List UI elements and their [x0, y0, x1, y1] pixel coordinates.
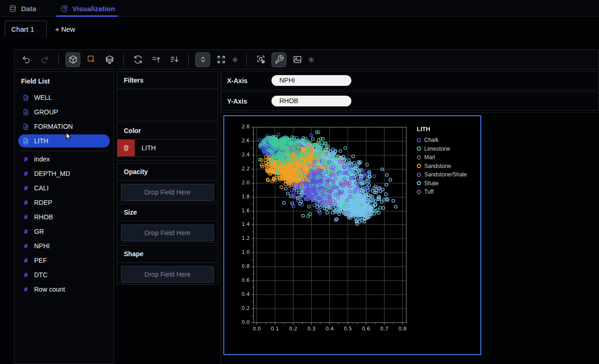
legend-marker — [417, 138, 421, 142]
legend-label: Sandstone/Shale — [424, 171, 467, 178]
text-field-icon — [22, 94, 29, 101]
legend-item-sandstone-shale[interactable]: Sandstone/Shale — [417, 170, 467, 179]
field-item-gr[interactable]: #GR — [18, 225, 110, 238]
field-item-label: RDEP — [34, 199, 52, 206]
field-item-label: LITH — [34, 137, 48, 145]
field-item-lith[interactable]: LITH — [18, 134, 110, 147]
filters-section: Filters — [117, 71, 218, 120]
nav-tab-visualization[interactable]: Visualization — [60, 0, 115, 17]
text-field-icon — [22, 109, 29, 116]
legend-marker — [417, 155, 421, 160]
select-region-button[interactable] — [84, 52, 99, 67]
number-field-icon: # — [22, 170, 29, 177]
legend-item-limestone[interactable]: Limestone — [417, 145, 467, 154]
opacity-dropzone-placeholder: Drop Field Here — [144, 189, 191, 196]
field-item-row-count[interactable]: #Row count — [18, 283, 110, 296]
legend-item-sandstone[interactable]: Sandstone — [417, 162, 467, 171]
number-field-icon: # — [22, 257, 29, 264]
legend-label: Tuff — [424, 189, 434, 195]
move-rows-up-button[interactable] — [149, 52, 164, 67]
fit-view-button[interactable] — [214, 52, 228, 67]
pie-chart-icon — [60, 5, 68, 13]
field-list-divider — [18, 151, 110, 151]
nav-tab-visualization-label: Visualization — [72, 5, 115, 13]
field-item-rdep[interactable]: #RDEP — [18, 196, 110, 209]
size-dropzone[interactable]: Drop Field Here — [121, 224, 214, 241]
top-nav: Data Visualization — [0, 0, 599, 17]
field-item-label: RHOB — [34, 213, 53, 221]
field-item-pef[interactable]: #PEF — [18, 254, 110, 267]
field-list-title: Field List — [14, 72, 114, 90]
legend-marker — [417, 181, 421, 185]
color-header: Color — [117, 122, 218, 140]
undo-button[interactable] — [19, 52, 34, 67]
layers-icon — [105, 55, 114, 64]
legend-marker — [417, 173, 421, 177]
field-item-label: DTC — [34, 271, 48, 279]
remove-color-field-button[interactable] — [117, 140, 135, 156]
refresh-button[interactable] — [130, 52, 145, 67]
chart-tab[interactable]: Chart 1 — [5, 21, 47, 37]
database-icon — [9, 5, 17, 13]
opacity-dropzone[interactable]: Drop Field Here — [121, 184, 214, 201]
chart-legend: LITH ChalkLimestoneMarlSandstoneSandston… — [417, 126, 467, 196]
y-axis-field-pill[interactable]: RHOB — [271, 96, 351, 106]
legend-label: Limestone — [424, 146, 450, 152]
cube-icon — [68, 55, 78, 64]
field-list-panel: Field List WELLGROUPFORMATIONLITH#index#… — [14, 71, 114, 364]
field-item-label: GR — [34, 228, 44, 235]
redo-button[interactable] — [37, 52, 52, 67]
color-section: Color LITH — [117, 122, 218, 161]
x-axis-row: X-Axis NPHI — [221, 71, 599, 90]
gear-icon — [232, 56, 238, 63]
fit-view-settings-button[interactable] — [230, 55, 240, 64]
nav-tab-data[interactable]: Data — [9, 0, 36, 17]
toolbar-separator — [123, 54, 124, 66]
y-axis-label: Y-Axis — [221, 98, 271, 105]
legend-items: ChalkLimestoneMarlSandstoneSandstone/Sha… — [417, 136, 467, 196]
field-item-nphi[interactable]: #NPHI — [18, 239, 110, 252]
field-item-well[interactable]: WELL — [18, 91, 110, 104]
toolbar-separator — [246, 54, 247, 66]
layers-button[interactable] — [102, 52, 117, 67]
field-item-label: NPHI — [34, 242, 50, 250]
text-field-icon — [22, 138, 29, 145]
field-item-cali[interactable]: #CALI — [18, 182, 110, 195]
chart-toolbar — [14, 49, 599, 70]
legend-item-shale[interactable]: Shale — [417, 179, 467, 188]
legend-item-chalk[interactable]: Chalk — [417, 136, 467, 145]
move-rows-down-button[interactable] — [167, 52, 182, 67]
x-axis-label: X-Axis — [221, 77, 271, 84]
export-image-settings-button[interactable] — [307, 55, 316, 64]
undo-icon — [21, 55, 31, 64]
number-field-icon: # — [22, 184, 29, 192]
shape-dropzone[interactable]: Drop Field Here — [121, 266, 214, 283]
legend-item-tuff[interactable]: Tuff — [417, 188, 467, 196]
field-item-formation[interactable]: FORMATION — [18, 120, 110, 133]
legend-label: Sandstone — [424, 163, 451, 169]
toolbar-separator — [188, 54, 189, 66]
chart-container: LITH ChalkLimestoneMarlSandstoneSandston… — [223, 115, 481, 355]
active-tab-underline — [56, 15, 118, 17]
wrench-icon — [274, 55, 284, 64]
color-field-chip[interactable]: LITH — [117, 140, 218, 157]
y-axis-row: Y-Axis RHOB — [221, 91, 599, 111]
field-item-group[interactable]: GROUP — [18, 105, 110, 119]
field-item-label: PEF — [34, 257, 47, 264]
field-item-index[interactable]: #index — [18, 153, 110, 166]
field-item-depth_md[interactable]: #DEPTH_MD — [18, 167, 110, 180]
legend-item-marl[interactable]: Marl — [417, 153, 467, 162]
capture-annotate-button[interactable] — [253, 52, 268, 67]
field-item-label: GROUP — [34, 108, 58, 116]
field-item-rhob[interactable]: #RHOB — [18, 210, 110, 224]
toolbar-separator — [58, 54, 59, 66]
x-axis-field-pill[interactable]: NPHI — [271, 75, 351, 86]
field-item-dtc[interactable]: #DTC — [18, 268, 110, 281]
tools-button[interactable] — [271, 52, 286, 67]
field-item-label: index — [34, 155, 50, 163]
export-image-button[interactable] — [290, 52, 305, 67]
new-chart-tab-button[interactable]: + New — [52, 21, 78, 37]
view-3d-button[interactable] — [65, 52, 80, 67]
expand-collapse-button[interactable] — [195, 52, 210, 67]
app-window: Data Visualization Chart 1 + New Field L… — [0, 0, 599, 364]
